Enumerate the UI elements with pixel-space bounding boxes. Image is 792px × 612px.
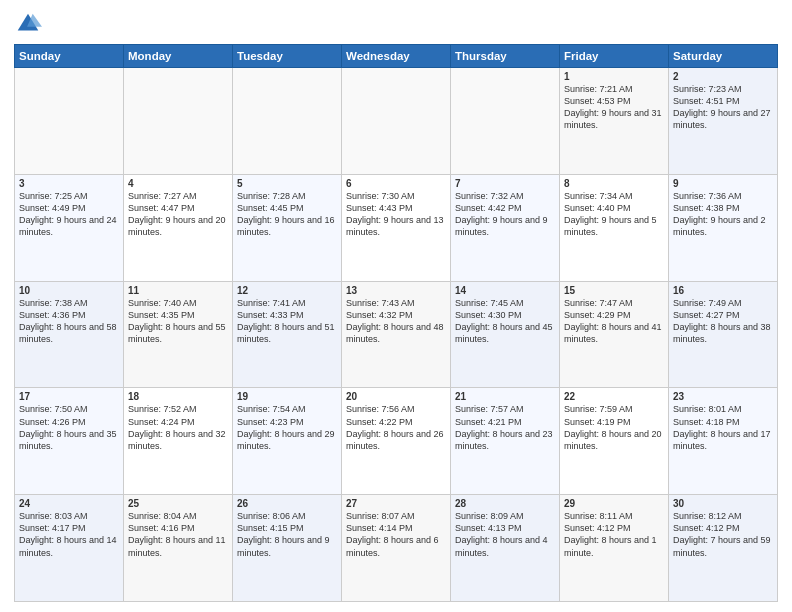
day-number: 29 xyxy=(564,498,664,509)
day-info: Sunrise: 8:11 AM Sunset: 4:12 PM Dayligh… xyxy=(564,510,664,559)
day-number: 20 xyxy=(346,391,446,402)
week-row-4: 17Sunrise: 7:50 AM Sunset: 4:26 PM Dayli… xyxy=(15,388,778,495)
day-cell: 24Sunrise: 8:03 AM Sunset: 4:17 PM Dayli… xyxy=(15,495,124,602)
day-cell xyxy=(233,68,342,175)
day-cell xyxy=(451,68,560,175)
day-cell xyxy=(124,68,233,175)
day-cell: 5Sunrise: 7:28 AM Sunset: 4:45 PM Daylig… xyxy=(233,174,342,281)
day-number: 22 xyxy=(564,391,664,402)
day-info: Sunrise: 8:03 AM Sunset: 4:17 PM Dayligh… xyxy=(19,510,119,559)
day-number: 12 xyxy=(237,285,337,296)
day-cell: 16Sunrise: 7:49 AM Sunset: 4:27 PM Dayli… xyxy=(669,281,778,388)
day-info: Sunrise: 7:49 AM Sunset: 4:27 PM Dayligh… xyxy=(673,297,773,346)
day-info: Sunrise: 7:45 AM Sunset: 4:30 PM Dayligh… xyxy=(455,297,555,346)
day-info: Sunrise: 7:40 AM Sunset: 4:35 PM Dayligh… xyxy=(128,297,228,346)
day-cell xyxy=(342,68,451,175)
day-cell: 25Sunrise: 8:04 AM Sunset: 4:16 PM Dayli… xyxy=(124,495,233,602)
day-number: 15 xyxy=(564,285,664,296)
day-info: Sunrise: 7:23 AM Sunset: 4:51 PM Dayligh… xyxy=(673,83,773,132)
day-number: 21 xyxy=(455,391,555,402)
day-number: 3 xyxy=(19,178,119,189)
day-cell: 6Sunrise: 7:30 AM Sunset: 4:43 PM Daylig… xyxy=(342,174,451,281)
day-cell xyxy=(15,68,124,175)
day-number: 27 xyxy=(346,498,446,509)
day-header-thursday: Thursday xyxy=(451,45,560,68)
calendar-table: SundayMondayTuesdayWednesdayThursdayFrid… xyxy=(14,44,778,602)
day-number: 7 xyxy=(455,178,555,189)
day-cell: 10Sunrise: 7:38 AM Sunset: 4:36 PM Dayli… xyxy=(15,281,124,388)
week-row-2: 3Sunrise: 7:25 AM Sunset: 4:49 PM Daylig… xyxy=(15,174,778,281)
day-info: Sunrise: 8:04 AM Sunset: 4:16 PM Dayligh… xyxy=(128,510,228,559)
day-cell: 29Sunrise: 8:11 AM Sunset: 4:12 PM Dayli… xyxy=(560,495,669,602)
day-cell: 14Sunrise: 7:45 AM Sunset: 4:30 PM Dayli… xyxy=(451,281,560,388)
day-info: Sunrise: 7:38 AM Sunset: 4:36 PM Dayligh… xyxy=(19,297,119,346)
day-info: Sunrise: 7:27 AM Sunset: 4:47 PM Dayligh… xyxy=(128,190,228,239)
day-cell: 4Sunrise: 7:27 AM Sunset: 4:47 PM Daylig… xyxy=(124,174,233,281)
day-number: 19 xyxy=(237,391,337,402)
day-header-friday: Friday xyxy=(560,45,669,68)
week-row-3: 10Sunrise: 7:38 AM Sunset: 4:36 PM Dayli… xyxy=(15,281,778,388)
day-header-sunday: Sunday xyxy=(15,45,124,68)
day-cell: 17Sunrise: 7:50 AM Sunset: 4:26 PM Dayli… xyxy=(15,388,124,495)
day-header-saturday: Saturday xyxy=(669,45,778,68)
day-cell: 21Sunrise: 7:57 AM Sunset: 4:21 PM Dayli… xyxy=(451,388,560,495)
header-row: SundayMondayTuesdayWednesdayThursdayFrid… xyxy=(15,45,778,68)
day-info: Sunrise: 7:34 AM Sunset: 4:40 PM Dayligh… xyxy=(564,190,664,239)
day-info: Sunrise: 7:52 AM Sunset: 4:24 PM Dayligh… xyxy=(128,403,228,452)
day-cell: 2Sunrise: 7:23 AM Sunset: 4:51 PM Daylig… xyxy=(669,68,778,175)
day-cell: 3Sunrise: 7:25 AM Sunset: 4:49 PM Daylig… xyxy=(15,174,124,281)
day-cell: 23Sunrise: 8:01 AM Sunset: 4:18 PM Dayli… xyxy=(669,388,778,495)
day-number: 18 xyxy=(128,391,228,402)
day-number: 17 xyxy=(19,391,119,402)
logo xyxy=(14,10,46,38)
week-row-1: 1Sunrise: 7:21 AM Sunset: 4:53 PM Daylig… xyxy=(15,68,778,175)
day-number: 9 xyxy=(673,178,773,189)
day-cell: 20Sunrise: 7:56 AM Sunset: 4:22 PM Dayli… xyxy=(342,388,451,495)
day-cell: 13Sunrise: 7:43 AM Sunset: 4:32 PM Dayli… xyxy=(342,281,451,388)
day-cell: 11Sunrise: 7:40 AM Sunset: 4:35 PM Dayli… xyxy=(124,281,233,388)
day-info: Sunrise: 7:57 AM Sunset: 4:21 PM Dayligh… xyxy=(455,403,555,452)
day-number: 26 xyxy=(237,498,337,509)
day-header-wednesday: Wednesday xyxy=(342,45,451,68)
day-info: Sunrise: 7:36 AM Sunset: 4:38 PM Dayligh… xyxy=(673,190,773,239)
day-header-monday: Monday xyxy=(124,45,233,68)
day-cell: 28Sunrise: 8:09 AM Sunset: 4:13 PM Dayli… xyxy=(451,495,560,602)
day-number: 8 xyxy=(564,178,664,189)
day-cell: 27Sunrise: 8:07 AM Sunset: 4:14 PM Dayli… xyxy=(342,495,451,602)
day-header-tuesday: Tuesday xyxy=(233,45,342,68)
logo-icon xyxy=(14,10,42,38)
day-number: 24 xyxy=(19,498,119,509)
day-cell: 19Sunrise: 7:54 AM Sunset: 4:23 PM Dayli… xyxy=(233,388,342,495)
day-info: Sunrise: 7:30 AM Sunset: 4:43 PM Dayligh… xyxy=(346,190,446,239)
day-number: 16 xyxy=(673,285,773,296)
day-cell: 15Sunrise: 7:47 AM Sunset: 4:29 PM Dayli… xyxy=(560,281,669,388)
day-number: 6 xyxy=(346,178,446,189)
day-info: Sunrise: 8:01 AM Sunset: 4:18 PM Dayligh… xyxy=(673,403,773,452)
page: SundayMondayTuesdayWednesdayThursdayFrid… xyxy=(0,0,792,612)
day-number: 2 xyxy=(673,71,773,82)
day-cell: 1Sunrise: 7:21 AM Sunset: 4:53 PM Daylig… xyxy=(560,68,669,175)
week-row-5: 24Sunrise: 8:03 AM Sunset: 4:17 PM Dayli… xyxy=(15,495,778,602)
day-cell: 30Sunrise: 8:12 AM Sunset: 4:12 PM Dayli… xyxy=(669,495,778,602)
day-number: 30 xyxy=(673,498,773,509)
day-info: Sunrise: 7:32 AM Sunset: 4:42 PM Dayligh… xyxy=(455,190,555,239)
day-info: Sunrise: 7:25 AM Sunset: 4:49 PM Dayligh… xyxy=(19,190,119,239)
day-number: 13 xyxy=(346,285,446,296)
day-info: Sunrise: 7:56 AM Sunset: 4:22 PM Dayligh… xyxy=(346,403,446,452)
day-info: Sunrise: 8:12 AM Sunset: 4:12 PM Dayligh… xyxy=(673,510,773,559)
day-info: Sunrise: 7:21 AM Sunset: 4:53 PM Dayligh… xyxy=(564,83,664,132)
day-info: Sunrise: 8:07 AM Sunset: 4:14 PM Dayligh… xyxy=(346,510,446,559)
day-number: 4 xyxy=(128,178,228,189)
day-info: Sunrise: 7:47 AM Sunset: 4:29 PM Dayligh… xyxy=(564,297,664,346)
day-info: Sunrise: 7:54 AM Sunset: 4:23 PM Dayligh… xyxy=(237,403,337,452)
day-info: Sunrise: 7:43 AM Sunset: 4:32 PM Dayligh… xyxy=(346,297,446,346)
day-cell: 12Sunrise: 7:41 AM Sunset: 4:33 PM Dayli… xyxy=(233,281,342,388)
day-number: 5 xyxy=(237,178,337,189)
day-number: 28 xyxy=(455,498,555,509)
day-cell: 22Sunrise: 7:59 AM Sunset: 4:19 PM Dayli… xyxy=(560,388,669,495)
day-number: 25 xyxy=(128,498,228,509)
day-info: Sunrise: 8:06 AM Sunset: 4:15 PM Dayligh… xyxy=(237,510,337,559)
day-info: Sunrise: 8:09 AM Sunset: 4:13 PM Dayligh… xyxy=(455,510,555,559)
day-info: Sunrise: 7:28 AM Sunset: 4:45 PM Dayligh… xyxy=(237,190,337,239)
calendar: SundayMondayTuesdayWednesdayThursdayFrid… xyxy=(14,44,778,602)
